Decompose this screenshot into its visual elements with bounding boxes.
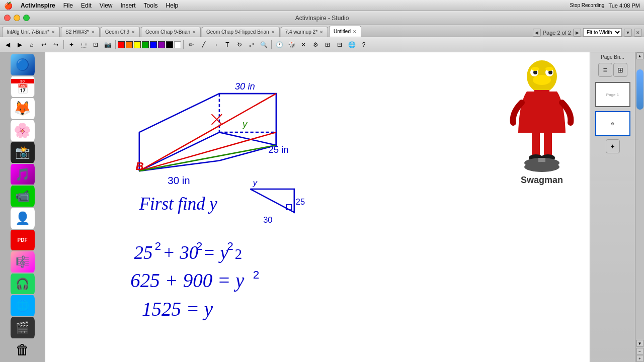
svg-text:2: 2 — [196, 240, 203, 252]
svg-point-37 — [548, 70, 552, 74]
zoom-options-button[interactable]: ▼ — [624, 29, 632, 37]
menu-tools[interactable]: Tools — [144, 2, 158, 9]
title-bar: ActivInspire - Studio — [0, 11, 644, 25]
menu-file[interactable]: File — [63, 2, 73, 9]
text-tool[interactable]: T — [222, 39, 233, 50]
dock-network[interactable]: 🌐 — [7, 295, 39, 316]
svg-rect-42 — [544, 132, 552, 157]
svg-text:= y: = y — [203, 242, 228, 263]
scroll-down-button[interactable]: ▼ — [636, 340, 643, 347]
color-yellow[interactable] — [134, 41, 141, 48]
dock-calendar[interactable]: 30 📅 — [7, 76, 39, 98]
zoom-select[interactable]: Fit to Width — [583, 28, 622, 37]
app-name[interactable]: ActivInspire — [21, 2, 55, 9]
dock-photos[interactable]: 🌸 — [7, 120, 39, 141]
color-white[interactable] — [174, 41, 181, 48]
svg-text:25 in: 25 in — [268, 144, 288, 155]
app-window: ActivInspire - Studio IntAlg Unit 7-Bria… — [0, 11, 644, 362]
panel-add-page[interactable]: + — [606, 139, 620, 153]
die-tool[interactable]: 🎲 — [286, 39, 297, 50]
arrow-tool[interactable]: → — [210, 39, 221, 50]
redo-button[interactable]: ↪ — [50, 39, 61, 50]
color-black[interactable] — [166, 41, 173, 48]
menu-help[interactable]: Help — [166, 2, 179, 9]
camera-tool[interactable]: 📷 — [102, 39, 113, 50]
scrollbar: ▲ ▼ − + — [635, 52, 644, 362]
dock-pdf[interactable]: PDF — [7, 230, 39, 251]
select-tool[interactable]: ✦ — [66, 39, 77, 50]
zoom-tool[interactable]: 🔍 — [258, 39, 269, 50]
dock-camera[interactable]: 📸 — [7, 142, 39, 163]
svg-text:625 + 900 = y: 625 + 900 = y — [130, 269, 245, 292]
menu-edit[interactable]: Edit — [81, 2, 92, 9]
toolbar: ◀ ▶ ⌂ ↩ ↪ ✦ ⬚ ⊡ 📷 ✏ ╱ → T ↻ ⇄ 🔍 🕐 🎲 ✕ ⚙ … — [0, 37, 644, 52]
swagman-figure — [509, 57, 575, 173]
color-blue[interactable] — [150, 41, 157, 48]
svg-line-4 — [219, 145, 276, 161]
menu-view[interactable]: View — [100, 2, 113, 9]
line-tool[interactable]: ╱ — [198, 39, 209, 50]
svg-point-33 — [533, 75, 551, 85]
dock-firefox[interactable]: 🦊 — [7, 98, 39, 119]
prev-page-button[interactable]: ◀ — [533, 29, 541, 37]
dock-finder[interactable]: 🔵 — [7, 54, 39, 75]
tab-warmup[interactable]: 7.4 warmup 2*✕ — [281, 27, 328, 37]
pen-tool[interactable]: ✏ — [186, 39, 197, 50]
menu-insert[interactable]: Insert — [121, 2, 136, 9]
tab-intalg[interactable]: IntAlg Unit 7-Brian*✕ — [2, 27, 60, 37]
svg-text:30 in: 30 in — [235, 81, 255, 92]
minimize-button[interactable] — [14, 15, 20, 21]
color-red[interactable] — [118, 41, 125, 48]
dock-facetime[interactable]: 📹 — [7, 186, 39, 207]
panel-view1[interactable]: ≡ — [598, 63, 612, 77]
clock: Tue 4:08 PM — [608, 3, 640, 9]
zoom-out-button[interactable]: − — [636, 348, 643, 355]
grid-tool[interactable]: ⊞ — [322, 39, 333, 50]
panel-view2[interactable]: ⊞ — [613, 63, 627, 77]
window-controls — [4, 15, 30, 21]
rotate-tool[interactable]: ↻ — [234, 39, 245, 50]
clock-tool[interactable]: 🕐 — [274, 39, 285, 50]
stop-recording[interactable]: Stop Recording — [570, 3, 604, 8]
apple-menu[interactable]: 🍎 — [4, 2, 13, 10]
canvas-area[interactable]: 30 in y B 30 in 25 in First find y — [45, 52, 590, 362]
eraser-tool[interactable]: ⊡ — [90, 39, 101, 50]
scroll-thumb[interactable] — [636, 69, 643, 110]
dock-music[interactable]: 🎵 — [7, 164, 39, 185]
flip-tool[interactable]: ⇄ — [246, 39, 257, 50]
tab-geomchap9-flipped[interactable]: Geom Chap 9-Flipped Brian✕ — [202, 27, 280, 37]
color-purple[interactable] — [158, 41, 165, 48]
dock-contacts[interactable]: 👤 — [7, 208, 39, 229]
svg-line-9 — [139, 145, 276, 171]
dock-videoedit[interactable]: 🎬 — [7, 317, 39, 338]
settings-tool[interactable]: ⚙ — [310, 39, 321, 50]
delete-tool[interactable]: ✕ — [298, 39, 309, 50]
close-button[interactable] — [4, 15, 11, 21]
scroll-up-button[interactable]: ▲ — [636, 52, 643, 59]
next-page-button[interactable]: ▶ — [573, 29, 581, 37]
close-tab-button[interactable]: ✕ — [634, 29, 642, 37]
color-orange[interactable] — [126, 41, 133, 48]
back-button[interactable]: ◀ — [2, 39, 13, 50]
maximize-button[interactable] — [23, 15, 30, 21]
svg-rect-41 — [532, 132, 540, 157]
home-button[interactable]: ⌂ — [26, 39, 37, 50]
tab-geomchap9[interactable]: Geom Chap 9-Brian✕ — [141, 27, 201, 37]
zoom-in-button[interactable]: + — [636, 355, 643, 362]
dock-spotify[interactable]: 🎧 — [7, 274, 39, 295]
marquee-tool[interactable]: ⬚ — [78, 39, 89, 50]
page-thumb-settings[interactable]: ⚙ — [595, 111, 630, 136]
svg-text:B: B — [136, 160, 144, 172]
tab-untitled[interactable]: Untitled✕ — [329, 26, 361, 37]
tab-geomch9[interactable]: Geom Ch9✕ — [101, 27, 140, 37]
tab-s2hw[interactable]: S2 HW#3*✕ — [61, 27, 100, 37]
dock-itunes[interactable]: 🎼 — [7, 251, 39, 273]
forward-button[interactable]: ▶ — [14, 39, 25, 50]
help-icon[interactable]: ? — [358, 39, 369, 50]
layout-tool[interactable]: ⊟ — [334, 39, 345, 50]
page-thumb-1[interactable]: Page 1 — [595, 82, 630, 107]
color-green[interactable] — [142, 41, 149, 48]
undo-button[interactable]: ↩ — [38, 39, 49, 50]
dock-trash[interactable]: 🗑 — [7, 339, 39, 360]
browser-tool[interactable]: 🌐 — [346, 39, 357, 50]
